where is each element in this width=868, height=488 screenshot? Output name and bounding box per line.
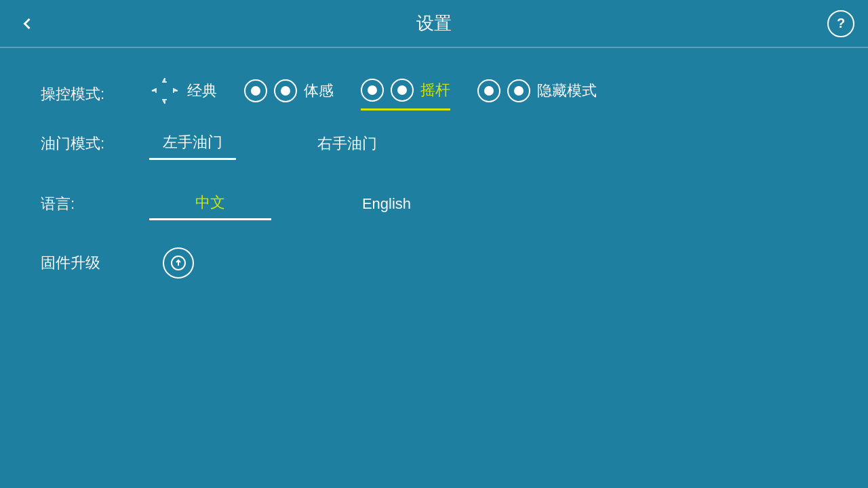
control-options: 经典 体感 [149, 75, 827, 113]
dpad-icon [149, 75, 180, 106]
motion-radio-2 [274, 79, 297, 102]
hidden-radio-dot-2 [514, 86, 524, 96]
upload-icon [170, 255, 186, 271]
joystick-radio-1 [361, 79, 384, 102]
joystick-mode-label: 摇杆 [420, 80, 450, 100]
throttle-left-option[interactable]: 左手油门 [149, 127, 236, 160]
control-mode-section: 操控模式: [41, 75, 827, 113]
hidden-radio-1 [477, 79, 500, 102]
language-zh-option[interactable]: 中文 [149, 187, 271, 220]
hidden-radio-dot-1 [484, 86, 494, 96]
help-icon: ? [837, 16, 845, 31]
throttle-mode-row: 油门模式: 左手油门 右手油门 [41, 127, 827, 160]
page-title: 设置 [416, 12, 452, 35]
language-row: 语言: 中文 English [41, 187, 827, 220]
header: 设置 ? [0, 0, 868, 47]
language-options: 中文 English [149, 187, 827, 220]
throttle-right-option[interactable]: 右手油门 [304, 128, 391, 159]
hidden-radio-2 [507, 79, 530, 102]
joystick-radio-dot-2 [397, 85, 407, 95]
firmware-upload-button[interactable] [163, 247, 194, 279]
hidden-mode-label: 隐藏模式 [537, 81, 597, 101]
language-en-option[interactable]: English [326, 190, 448, 218]
help-button[interactable]: ? [827, 10, 854, 37]
throttle-left-label: 左手油门 [163, 134, 222, 150]
mode-option-hidden[interactable]: 隐藏模式 [477, 79, 597, 109]
joystick-radio-dot-1 [368, 85, 377, 95]
motion-radio-dot-2 [281, 86, 290, 96]
throttle-mode-label: 油门模式: [41, 134, 149, 154]
throttle-right-label: 右手油门 [317, 135, 377, 152]
motion-radio-1 [244, 79, 267, 102]
control-mode-label: 操控模式: [41, 84, 149, 104]
firmware-row: 固件升级 [41, 247, 827, 279]
language-en-label: English [362, 195, 411, 212]
mode-option-motion[interactable]: 体感 [244, 79, 334, 109]
language-label: 语言: [41, 194, 149, 214]
back-button[interactable] [14, 10, 41, 37]
mode-option-classic[interactable]: 经典 [149, 75, 217, 113]
settings-content: 操控模式: [0, 55, 868, 326]
language-zh-label: 中文 [195, 194, 225, 211]
control-mode-row: 操控模式: [41, 75, 827, 113]
firmware-label: 固件升级 [41, 253, 149, 273]
header-divider [0, 47, 868, 48]
throttle-options: 左手油门 右手油门 [149, 127, 827, 160]
classic-mode-label: 经典 [187, 81, 217, 101]
joystick-radio-2 [391, 79, 414, 102]
motion-mode-label: 体感 [304, 81, 334, 101]
mode-option-joystick[interactable]: 摇杆 [361, 79, 450, 110]
motion-radio-dot-1 [251, 86, 260, 96]
